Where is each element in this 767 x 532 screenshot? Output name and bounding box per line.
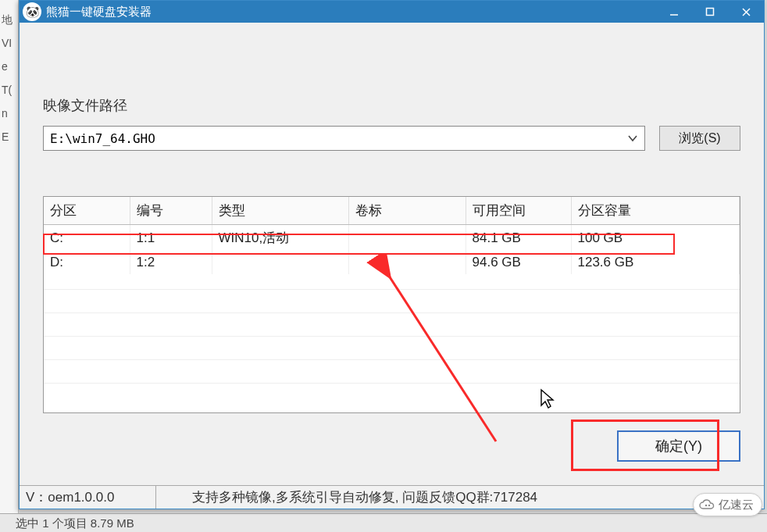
cloud-icon [698, 498, 715, 511]
svg-rect-1 [707, 9, 714, 16]
window-title: 熊猫一键硬盘安装器 [46, 5, 656, 20]
table-header-row: 分区 编号 类型 卷标 可用空间 分区容量 [44, 197, 740, 225]
close-button[interactable] [728, 1, 764, 23]
col-number[interactable]: 编号 [130, 197, 212, 225]
table-row[interactable]: C: 1:1 WIN10,活动 84.1 GB 100 GB [44, 225, 740, 252]
titlebar: 🐼 熊猫一键硬盘安装器 [20, 1, 764, 23]
statusbar: V：oem1.0.0.0 支持多种镜像,多系统引导自动修复, 问题反馈QQ群:7… [20, 485, 764, 509]
watermark-text: 亿速云 [719, 498, 754, 512]
table-row[interactable]: D: 1:2 94.6 GB 123.6 GB [44, 251, 740, 274]
svg-point-5 [705, 505, 707, 506]
minimize-button[interactable] [656, 1, 692, 23]
svg-point-6 [708, 505, 710, 506]
browse-button[interactable]: 浏览(S) [659, 126, 740, 151]
col-capacity[interactable]: 分区容量 [571, 197, 740, 225]
version-label: V：oem1.0.0.0 [20, 486, 156, 509]
image-path-value: E:\win7_64.GHO [50, 131, 155, 146]
image-path-combo[interactable]: E:\win7_64.GHO [43, 126, 645, 151]
col-volume[interactable]: 卷标 [348, 197, 466, 225]
watermark-badge: 亿速云 [693, 493, 762, 516]
app-icon: 🐼 [23, 2, 41, 21]
maximize-button[interactable] [692, 1, 728, 23]
background-panel: 地VIeT(nE [0, 0, 19, 532]
col-type[interactable]: 类型 [212, 197, 348, 225]
window-body: 映像文件路径 E:\win7_64.GHO 浏览(S) [20, 23, 764, 509]
col-partition[interactable]: 分区 [44, 197, 130, 225]
background-statusbar: 选中 1 个项目 8.79 MB [0, 513, 767, 532]
ok-button[interactable]: 确定(Y) [617, 430, 740, 462]
col-free[interactable]: 可用空间 [466, 197, 571, 225]
chevron-down-icon[interactable] [627, 133, 638, 145]
installer-window: 🐼 熊猫一键硬盘安装器 映像文件路径 E:\win7_64.GHO 浏览(S) [19, 0, 765, 509]
status-message: 支持多种镜像,多系统引导自动修复, 问题反馈QQ群:717284 [156, 486, 764, 509]
partition-table: 分区 编号 类型 卷标 可用空间 分区容量 C: 1:1 WIN10,活动 8 [43, 196, 740, 413]
image-path-label: 映像文件路径 [43, 96, 740, 115]
